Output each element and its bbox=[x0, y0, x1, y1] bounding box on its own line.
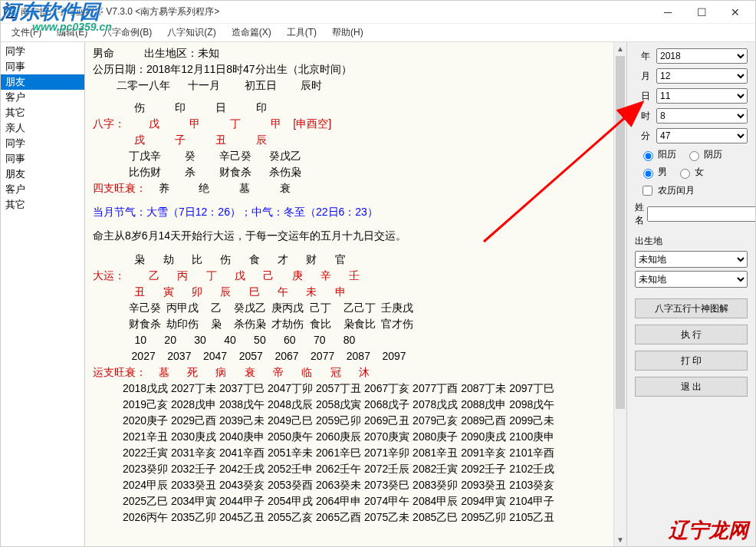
ln-row: 2018戊戌 2027丁未 2037丁巳 2047丁卯 2057丁丑 2067丁… bbox=[93, 381, 619, 397]
sidebar-item[interactable]: 同学 bbox=[1, 44, 84, 59]
scroll-down-icon[interactable]: ▼ bbox=[614, 533, 626, 546]
radio-solar[interactable]: 阳历 bbox=[639, 148, 676, 161]
calendar-radios: 阳历 阴历 bbox=[639, 148, 748, 161]
dy-bot: 丑 寅 卯 辰 巳 午 未 申 bbox=[93, 284, 619, 300]
radio-male[interactable]: 男 bbox=[639, 166, 667, 179]
sex-radios: 男 女 bbox=[639, 166, 748, 179]
main-content[interactable]: 男命 出生地区：未知 公历日期：2018年12月11日8时47分出生（北京时间）… bbox=[85, 42, 626, 546]
radio-lunar[interactable]: 阴历 bbox=[685, 148, 722, 161]
watermark-bottom: 辽宁龙网 bbox=[669, 517, 748, 544]
dy-top: 大运： 乙 丙 丁 戊 己 庚 辛 壬 bbox=[93, 268, 619, 284]
radio-female-input[interactable] bbox=[680, 169, 690, 179]
month-label: 月 bbox=[635, 70, 656, 83]
year-select[interactable]: 2018 bbox=[656, 48, 748, 64]
app-window: 南方排八字专业程序 V7.3.0 <南方易学系列程序> ─ ☐ ✕ 文件(F) … bbox=[0, 0, 756, 547]
dy-h2: 财食杀 劫印伤 枭 杀伤枭 才劫伤 食比 枭食比 官才伤 bbox=[93, 316, 619, 332]
sidebar-item[interactable]: 同事 bbox=[1, 59, 84, 74]
sidebar-item[interactable]: 客户 bbox=[1, 182, 84, 197]
month-select[interactable]: 12 bbox=[656, 68, 748, 84]
hidden-stems: 丁戊辛 癸 辛己癸 癸戊乙 bbox=[93, 148, 619, 164]
min-label: 分 bbox=[635, 130, 656, 143]
dy-years: 2027 2037 2047 2057 2067 2077 2087 2097 bbox=[93, 348, 619, 364]
spacer bbox=[93, 244, 619, 252]
menu-knowledge[interactable]: 八字知识(Z) bbox=[159, 25, 223, 41]
ln-row: 2022壬寅 2031辛亥 2041辛酉 2051辛未 2061辛巳 2071辛… bbox=[93, 445, 619, 461]
sidebar-item[interactable]: 亲人 bbox=[1, 120, 84, 136]
dy-roles: 枭 劫 比 伤 食 才 财 官 bbox=[93, 252, 619, 268]
roles: 伤 印 日 印 bbox=[93, 100, 619, 116]
day-label: 日 bbox=[635, 90, 656, 103]
sidebar-item[interactable]: 同事 bbox=[1, 151, 84, 166]
ln-row: 2026丙午 2035乙卯 2045乙丑 2055乙亥 2065乙酉 2075乙… bbox=[93, 509, 619, 526]
body: 同学 同事 朋友 客户 其它 亲人 同学 同事 朋友 客户 其它 男命 出生地区… bbox=[1, 42, 755, 546]
sidebar-item[interactable]: 其它 bbox=[1, 197, 84, 213]
header3: 二零一八年 十一月 初五日 辰时 bbox=[93, 77, 619, 94]
name-label: 姓名 bbox=[635, 201, 644, 227]
minimize-button[interactable]: ─ bbox=[651, 2, 685, 23]
sidebar-item[interactable]: 朋友 bbox=[1, 74, 84, 90]
yz: 运支旺衰： 墓 死 病 衰 帝 临 冠 沐 bbox=[93, 364, 619, 381]
print-button[interactable]: 打 印 bbox=[635, 351, 748, 371]
sizhi: 四支旺衰： 养 绝 墓 衰 bbox=[93, 180, 619, 196]
hidden-stems2: 比伤财 杀 财食杀 杀伤枭 bbox=[93, 164, 619, 180]
roles bbox=[93, 94, 619, 100]
right-panel: 年2018 月12 日11 时8 分47 阳历 阴历 男 女 农历闰月 姓名 出… bbox=[626, 42, 755, 546]
bazi-bot: 戌 子 丑 辰 bbox=[93, 132, 619, 148]
radio-female[interactable]: 女 bbox=[676, 166, 704, 179]
bazi-report: 男命 出生地区：未知 公历日期：2018年12月11日8时47分出生（北京时间）… bbox=[85, 42, 626, 533]
header2: 公历日期：2018年12月11日8时47分出生（北京时间） bbox=[93, 61, 619, 77]
menubar: 文件(F) 编辑(E) 八字命例(B) 八字知识(Z) 造命篇(X) 工具(T)… bbox=[1, 24, 755, 42]
run-button[interactable]: 执 行 bbox=[635, 325, 748, 344]
name-input[interactable] bbox=[647, 206, 755, 222]
sidebar-item[interactable]: 客户 bbox=[1, 90, 84, 105]
sidebar-item[interactable]: 同学 bbox=[1, 136, 84, 151]
exit-button[interactable]: 退 出 bbox=[635, 377, 748, 397]
leap-checkbox[interactable] bbox=[643, 186, 652, 196]
min-select[interactable]: 47 bbox=[656, 128, 748, 143]
scroll-thumb[interactable] bbox=[616, 56, 625, 409]
menu-tools[interactable]: 工具(T) bbox=[279, 25, 324, 41]
close-button[interactable]: ✕ bbox=[718, 2, 752, 23]
ln-row: 2025乙巳 2034甲寅 2044甲子 2054甲戌 2064甲申 2074甲… bbox=[93, 493, 619, 509]
ln-row: 2024甲辰 2033癸丑 2043癸亥 2053癸酉 2063癸未 2073癸… bbox=[93, 477, 619, 493]
jieqi: 当月节气：大雪（7日12：26）；中气：冬至（22日6：23） bbox=[93, 204, 619, 220]
ln-row: 2021辛丑 2030庚戌 2040庚申 2050庚午 2060庚辰 2070庚… bbox=[93, 429, 619, 445]
watermark-top: 河东软件园 www.pc0359.cn bbox=[0, 2, 112, 32]
sidebar: 同学 同事 朋友 客户 其它 亲人 同学 同事 朋友 客户 其它 bbox=[1, 42, 85, 546]
scroll-up-icon[interactable]: ▲ bbox=[614, 42, 626, 55]
menu-zaoming[interactable]: 造命篇(X) bbox=[224, 25, 279, 41]
ln-row: 2023癸卯 2032壬子 2042壬戌 2052壬申 2062壬午 2072壬… bbox=[93, 461, 619, 477]
dy-ages: 10 20 30 40 50 60 70 80 bbox=[93, 332, 619, 348]
place1-select[interactable]: 未知地 bbox=[635, 251, 748, 268]
ln-row: 2020庚子 2029己酉 2039己未 2049己巳 2059己卯 2069己… bbox=[93, 413, 619, 429]
cmd: 命主从8岁6月14天开始行大运，于每一交运年的五月十九日交运。 bbox=[93, 228, 619, 244]
leap-check[interactable]: 农历闰月 bbox=[639, 183, 748, 198]
ln-row: 2019己亥 2028戊申 2038戊午 2048戊辰 2058戊寅 2068戊… bbox=[93, 397, 619, 413]
chart-button[interactable]: 八字五行十神图解 bbox=[635, 298, 748, 318]
header1: 男命 出生地区：未知 bbox=[93, 45, 619, 61]
hour-select[interactable]: 8 bbox=[656, 108, 748, 124]
year-label: 年 bbox=[635, 50, 656, 63]
spacer bbox=[93, 196, 619, 204]
titlebar: 南方排八字专业程序 V7.3.0 <南方易学系列程序> ─ ☐ ✕ bbox=[1, 1, 755, 24]
maximize-button[interactable]: ☐ bbox=[685, 2, 718, 23]
vertical-scrollbar[interactable]: ▲ ▼ bbox=[613, 42, 626, 546]
hour-label: 时 bbox=[635, 110, 656, 123]
radio-male-input[interactable] bbox=[643, 169, 653, 179]
day-select[interactable]: 11 bbox=[656, 88, 748, 104]
radio-solar-input[interactable] bbox=[643, 151, 653, 161]
bazi-top: 八字： 戊 甲 丁 甲 [申酉空] bbox=[93, 116, 619, 132]
window-title: 南方排八字专业程序 V7.3.0 <南方易学系列程序> bbox=[21, 5, 651, 18]
place2-select[interactable]: 未知地 bbox=[635, 271, 748, 288]
radio-lunar-input[interactable] bbox=[689, 151, 699, 161]
spacer bbox=[93, 220, 619, 228]
dy-h1: 辛己癸 丙甲戊 乙 癸戊乙 庚丙戊 己丁 乙己丁 壬庚戊 bbox=[93, 300, 619, 316]
sidebar-item[interactable]: 其它 bbox=[1, 105, 84, 120]
menu-help[interactable]: 帮助(H) bbox=[324, 25, 371, 41]
sidebar-item[interactable]: 朋友 bbox=[1, 166, 84, 182]
birthplace-label: 出生地 bbox=[635, 235, 748, 248]
